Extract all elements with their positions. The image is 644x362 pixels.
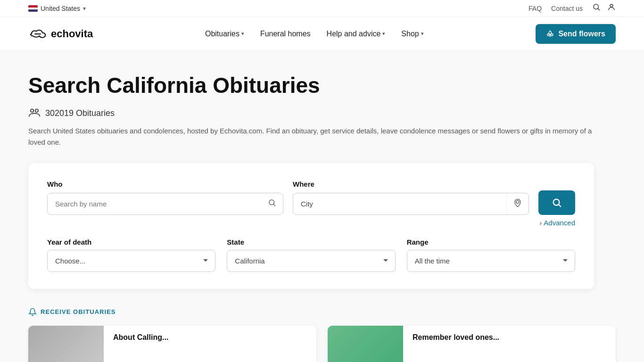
navbar: echovita Obituaries ▾ Funeral homes Help… xyxy=(0,17,644,51)
advanced-row: › Advanced xyxy=(47,219,575,227)
obit-count-row: 302019 Obituaries xyxy=(28,107,616,120)
nav-help-advice[interactable]: Help and advice ▾ xyxy=(320,26,392,42)
card-2-name: Remember loved ones... xyxy=(413,333,606,342)
year-select[interactable]: Choose... 2024 2023 2022 2021 2020 xyxy=(47,250,215,272)
range-filter-label: Range xyxy=(407,238,575,246)
receive-section: RECEIVE OBITUARIES About Calling... Reme… xyxy=(28,308,616,362)
card-1-image xyxy=(28,326,104,362)
country-chevron: ▾ xyxy=(83,5,86,12)
nav-obituaries[interactable]: Obituaries ▾ xyxy=(198,26,251,42)
country-label: United States xyxy=(41,5,80,12)
receive-title[interactable]: RECEIVE OBITUARIES xyxy=(28,308,616,316)
nav-shop[interactable]: Shop ▾ xyxy=(395,26,430,42)
page-description: Search United States obituaries and cond… xyxy=(28,125,594,148)
nav-funeral-homes[interactable]: Funeral homes xyxy=(254,26,317,42)
filters-row: Year of death Choose... 2024 2023 2022 2… xyxy=(47,238,575,272)
topbar-icons xyxy=(592,3,616,14)
user-icon[interactable] xyxy=(607,3,616,14)
svg-line-10 xyxy=(559,205,561,206)
search-icon[interactable] xyxy=(592,3,601,14)
who-group: Who xyxy=(47,180,283,215)
card-1-img-placeholder xyxy=(28,326,104,362)
logo[interactable]: echovita xyxy=(28,28,93,40)
where-group: Where City xyxy=(293,180,529,215)
shop-chevron: ▾ xyxy=(421,31,424,37)
svg-point-8 xyxy=(516,200,519,203)
search-by-name-input[interactable] xyxy=(48,193,261,214)
country-selector[interactable]: United States ▾ xyxy=(28,5,86,12)
location-icon-button[interactable] xyxy=(506,194,528,214)
topbar-right: FAQ Contact us xyxy=(528,3,616,14)
svg-point-6 xyxy=(269,200,274,205)
main-content: Search California Obituaries 302019 Obit… xyxy=(0,51,644,362)
send-flowers-button[interactable]: Send flowers xyxy=(536,24,616,44)
obit-card-2[interactable]: Remember loved ones... xyxy=(328,326,616,362)
card-1-name: About Calling... xyxy=(113,333,307,342)
name-search-icon-button[interactable] xyxy=(261,194,283,214)
flag-icon xyxy=(28,5,38,12)
nav-funeral-homes-label: Funeral homes xyxy=(260,30,311,38)
svg-point-2 xyxy=(610,4,613,7)
svg-point-5 xyxy=(35,109,39,112)
cards-row: About Calling... Remember loved ones... xyxy=(28,326,616,362)
where-label: Where xyxy=(293,180,529,188)
card-2-content: Remember loved ones... xyxy=(403,326,616,362)
nav-obituaries-label: Obituaries xyxy=(205,30,239,38)
help-chevron: ▾ xyxy=(382,31,385,37)
who-input-wrap xyxy=(47,193,283,215)
svg-line-1 xyxy=(598,8,599,10)
svg-point-0 xyxy=(594,4,599,9)
topbar: United States ▾ FAQ Contact us xyxy=(0,0,644,17)
who-label: Who xyxy=(47,180,283,188)
nav-links: Obituaries ▾ Funeral homes Help and advi… xyxy=(198,26,430,42)
state-select[interactable]: California Alabama Florida Texas xyxy=(227,250,395,272)
receive-label: RECEIVE OBITUARIES xyxy=(41,308,116,315)
state-filter-label: State xyxy=(227,238,395,246)
logo-text: echovita xyxy=(51,28,93,40)
advanced-label: Advanced xyxy=(544,219,575,227)
search-card: Who Where City xyxy=(28,163,594,289)
search-main-row: Who Where City xyxy=(47,180,575,215)
range-filter-group: Range All the time Last month Last 6 mon… xyxy=(407,238,575,272)
nav-shop-label: Shop xyxy=(401,30,419,38)
city-select[interactable]: City xyxy=(293,193,506,214)
main-search-button[interactable] xyxy=(538,190,575,215)
year-filter-label: Year of death xyxy=(47,238,215,246)
svg-point-4 xyxy=(31,109,34,112)
nav-help-advice-label: Help and advice xyxy=(327,30,381,38)
card-2-image xyxy=(328,326,403,362)
year-filter-group: Year of death Choose... 2024 2023 2022 2… xyxy=(47,238,215,272)
obit-count-text: 302019 Obituaries xyxy=(45,108,115,118)
obit-count-icon xyxy=(28,107,41,120)
advanced-chevron: › xyxy=(539,219,542,227)
contact-link[interactable]: Contact us xyxy=(551,5,583,12)
faq-link[interactable]: FAQ xyxy=(528,5,542,12)
advanced-link[interactable]: › Advanced xyxy=(539,219,575,227)
card-2-img-placeholder xyxy=(328,326,403,362)
page-title: Search California Obituaries xyxy=(28,74,616,98)
svg-line-7 xyxy=(273,204,275,206)
obituaries-chevron: ▾ xyxy=(241,31,244,37)
city-select-wrap: City xyxy=(293,193,529,215)
obit-card-1[interactable]: About Calling... xyxy=(28,326,316,362)
state-filter-group: State California Alabama Florida Texas xyxy=(227,238,395,272)
card-1-content: About Calling... xyxy=(104,326,316,362)
send-flowers-label: Send flowers xyxy=(558,30,605,38)
range-select[interactable]: All the time Last month Last 6 months La… xyxy=(407,250,575,272)
